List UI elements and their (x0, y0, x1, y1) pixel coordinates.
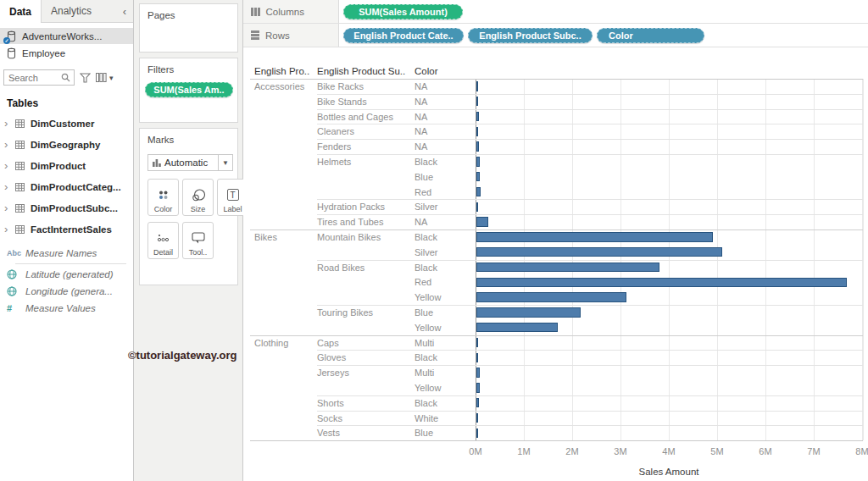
subcategory-label[interactable]: Bottles and Cages (317, 112, 393, 122)
bar-touring-bikes-yellow[interactable] (476, 323, 558, 332)
bar-helmets-black[interactable] (476, 157, 480, 166)
expand-chevron-icon[interactable]: › (4, 223, 15, 235)
color-label[interactable]: Yellow (415, 383, 441, 393)
color-label[interactable]: White (415, 413, 438, 423)
color-label[interactable]: Blue (415, 307, 433, 318)
color-label[interactable]: Blue (415, 172, 433, 182)
bar-cleaners-na[interactable] (476, 127, 478, 136)
category-label[interactable]: Clothing (254, 338, 288, 348)
bar-road-bikes-yellow[interactable] (476, 292, 626, 301)
table-item-dimgeography[interactable]: › DimGeography (0, 134, 133, 155)
connection-employee[interactable]: Employee (0, 45, 133, 61)
pages-shelf[interactable]: Pages (139, 3, 238, 53)
expand-chevron-icon[interactable]: › (4, 138, 15, 151)
subcategory-label[interactable]: Shorts (317, 398, 344, 408)
column-header-category[interactable]: English Pro.. (254, 66, 309, 76)
tooltip-button[interactable]: Tool.. (182, 222, 214, 259)
connection-adventureworks[interactable]: ✓ AdventureWorks... (0, 28, 133, 44)
bar-mountain-bikes-silver[interactable] (476, 247, 722, 257)
table-item-dimcustomer[interactable]: › DimCustomer (0, 113, 133, 134)
filters-shelf[interactable]: Filters SUM(Sales Am.. (139, 58, 238, 123)
pill-english-product-category[interactable]: English Product Cate.. (343, 28, 464, 43)
bar-road-bikes-black[interactable] (476, 263, 659, 272)
field-latitude[interactable]: Latitude (generated) (0, 266, 133, 283)
color-label[interactable]: Silver (415, 202, 438, 212)
dropdown-arrow-icon[interactable]: ▼ (219, 154, 233, 171)
table-item-dimproductsubcategory[interactable]: › DimProductSubc... (0, 197, 133, 218)
color-label[interactable]: Yellow (415, 323, 441, 333)
table-item-factinternetsales[interactable]: › FactInternetSales (0, 218, 133, 240)
bar-mountain-bikes-black[interactable] (476, 232, 713, 241)
bar-fenders-na[interactable] (476, 141, 479, 151)
subcategory-label[interactable]: Cleaners (317, 126, 354, 136)
color-label[interactable]: Black (415, 263, 437, 273)
detail-button[interactable]: Detail (147, 222, 179, 259)
bar-caps-multi[interactable] (476, 338, 478, 347)
pill-color[interactable]: Color (597, 28, 704, 43)
bar-gloves-black[interactable] (476, 353, 478, 362)
expand-chevron-icon[interactable]: › (4, 117, 15, 130)
column-header-color[interactable]: Color (415, 66, 437, 76)
filter-pill-sum-sales[interactable]: SUM(Sales Am.. (145, 82, 233, 97)
filter-funnel-icon[interactable] (80, 73, 91, 83)
bar-helmets-red[interactable] (476, 187, 481, 196)
bar-jerseys-multi[interactable] (476, 368, 480, 377)
color-label[interactable]: Black (415, 157, 437, 167)
color-label[interactable]: NA (415, 112, 427, 122)
color-label[interactable]: Red (415, 187, 431, 197)
subcategory-label[interactable]: Bike Stands (317, 97, 367, 107)
bar-helmets-blue[interactable] (476, 172, 480, 181)
color-label[interactable]: Red (415, 277, 431, 287)
subcategory-label[interactable]: Socks (317, 413, 342, 423)
subcategory-label[interactable]: Bike Racks (317, 81, 364, 91)
pill-sum-sales-amount[interactable]: SUM(Sales Amount) (343, 4, 463, 19)
color-label[interactable]: Black (415, 352, 437, 362)
bar-shorts-black[interactable] (476, 398, 479, 407)
color-label[interactable]: NA (415, 97, 427, 107)
color-label[interactable]: Multi (415, 368, 434, 378)
expand-chevron-icon[interactable]: › (4, 202, 15, 214)
color-label[interactable]: Blue (415, 428, 433, 438)
color-label[interactable]: Yellow (415, 292, 441, 302)
expand-chevron-icon[interactable]: › (4, 180, 15, 193)
bar-jerseys-yellow[interactable] (476, 383, 480, 392)
color-label[interactable]: Black (415, 398, 437, 408)
view-columns-icon[interactable] (96, 73, 107, 82)
bar-road-bikes-red[interactable] (476, 278, 847, 287)
subcategory-label[interactable]: Helmets (317, 157, 351, 167)
field-measure-values[interactable]: # Measure Values (0, 300, 133, 317)
category-label[interactable]: Accessories (254, 81, 304, 91)
subcategory-label[interactable]: Tires and Tubes (317, 217, 383, 227)
pill-english-product-subcategory[interactable]: English Product Subc.. (468, 28, 593, 43)
table-item-dimproduct[interactable]: › DimProduct (0, 155, 133, 176)
color-label[interactable]: NA (415, 126, 427, 136)
color-label[interactable]: NA (415, 217, 427, 227)
search-input[interactable] (3, 69, 75, 86)
subcategory-label[interactable]: Jerseys (317, 368, 349, 378)
subcategory-label[interactable]: Mountain Bikes (317, 232, 381, 242)
field-measure-names[interactable]: Abc Measure Names (0, 245, 133, 262)
color-label[interactable]: Silver (415, 247, 438, 257)
bar-tires-and-tubes-na[interactable] (476, 217, 488, 226)
column-header-subcategory[interactable]: English Product Su.. (317, 66, 405, 76)
color-label[interactable]: Multi (415, 338, 434, 348)
mark-type-dropdown[interactable]: Automatic ▼ (147, 154, 233, 171)
color-button[interactable]: Color (147, 179, 179, 216)
subcategory-label[interactable]: Caps (317, 338, 339, 348)
color-label[interactable]: Black (415, 232, 437, 242)
color-label[interactable]: NA (415, 81, 427, 91)
bar-bike-stands-na[interactable] (476, 97, 478, 106)
color-label[interactable]: NA (415, 141, 427, 152)
field-longitude[interactable]: Longitude (genera... (0, 283, 133, 300)
bar-bike-racks-na[interactable] (476, 81, 478, 91)
subcategory-label[interactable]: Road Bikes (317, 263, 364, 273)
search-field[interactable] (8, 73, 61, 83)
category-label[interactable]: Bikes (254, 232, 277, 242)
bar-socks-white[interactable] (476, 413, 478, 423)
tab-data[interactable]: Data (0, 0, 42, 23)
rows-shelf[interactable]: Rows English Product Cate.. English Prod… (243, 24, 868, 47)
chevron-down-icon[interactable]: ▾ (109, 74, 114, 82)
bar-touring-bikes-blue[interactable] (476, 307, 581, 317)
bar-bottles-and-cages-na[interactable] (476, 112, 479, 121)
columns-shelf[interactable]: Columns SUM(Sales Amount) (243, 0, 868, 24)
